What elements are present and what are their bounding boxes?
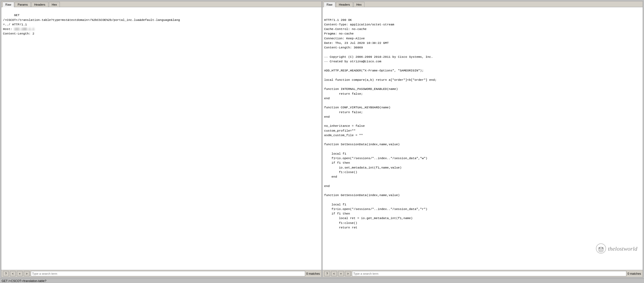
- search-input-left[interactable]: [31, 271, 305, 276]
- add-button-left[interactable]: +: [17, 271, 23, 276]
- svg-point-3: [602, 247, 603, 249]
- left-tab-bar: Raw Params Headers Hex: [1, 1, 321, 7]
- bottom-bar: GET /+CSCOT+/translation-table?: [0, 278, 644, 283]
- watermark-text: thelostworld: [608, 244, 637, 253]
- tab-headers-right[interactable]: Headers: [336, 2, 353, 7]
- host-redacted: 192.168.1.1: [14, 27, 34, 31]
- watermark-icon: [596, 243, 606, 254]
- prev-button-right[interactable]: <: [331, 271, 337, 276]
- tab-params-left[interactable]: Params: [15, 2, 31, 7]
- bottom-bar-text: GET /+CSCOT+/translation-table?: [2, 279, 46, 282]
- svg-point-2: [599, 247, 600, 249]
- main-container: Raw Params Headers Hex GET /+CSCOT+/tran…: [0, 0, 644, 278]
- add-button-right[interactable]: +: [338, 271, 344, 276]
- matches-label-left: 0 matches: [306, 272, 320, 275]
- right-content: HTTP/1.1 200 OK Content-Type: applicatio…: [323, 7, 643, 270]
- response-text: HTTP/1.1 200 OK Content-Type: applicatio…: [324, 18, 638, 230]
- tab-raw-right[interactable]: Raw: [324, 2, 335, 7]
- help-button-left[interactable]: ?: [3, 271, 9, 276]
- right-tab-bar: Raw Headers Hex: [323, 1, 643, 7]
- search-input-right[interactable]: [352, 271, 626, 276]
- tab-headers-left[interactable]: Headers: [31, 2, 48, 7]
- right-panel: Raw Headers Hex HTTP/1.1 200 OK Content-…: [322, 1, 643, 277]
- help-button-right[interactable]: ?: [324, 271, 330, 276]
- content-length-line: Content-Length: 2: [3, 32, 34, 35]
- right-search-bar: ? < + > 0 matches: [323, 270, 643, 277]
- tab-hex-left[interactable]: Hex: [49, 2, 60, 7]
- tab-raw-left[interactable]: Raw: [2, 2, 14, 7]
- left-search-bar: ? < + > 0 matches: [1, 270, 321, 277]
- tab-hex-right[interactable]: Hex: [354, 2, 365, 7]
- left-content: GET /+CSCOT+/translation-table?type=mst&…: [1, 7, 321, 270]
- next-button-right[interactable]: >: [345, 271, 351, 276]
- prev-button-left[interactable]: <: [10, 271, 16, 276]
- matches-label-right: 0 matches: [627, 272, 641, 275]
- next-button-left[interactable]: >: [24, 271, 30, 276]
- watermark: thelostworld: [596, 243, 637, 254]
- left-panel: Raw Params Headers Hex GET /+CSCOT+/tran…: [1, 1, 322, 277]
